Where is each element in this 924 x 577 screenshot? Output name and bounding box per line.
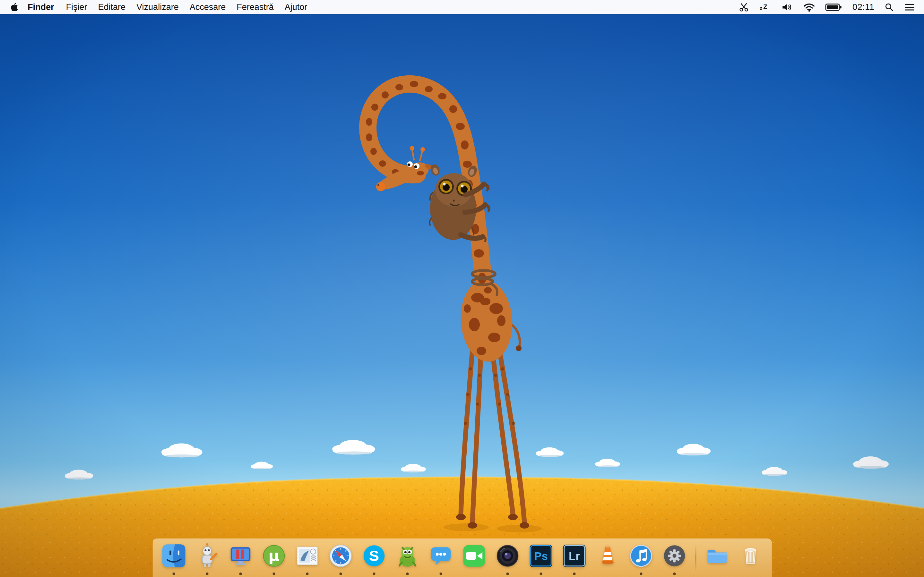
messages-icon [428,543,454,576]
running-indicator [406,572,409,575]
svg-text:S: S [369,547,379,564]
spotlight-icon[interactable] [885,3,894,12]
remote-screen-app-icon [227,543,254,576]
svg-text:Ps: Ps [534,550,548,562]
dock-item-downloads-folder[interactable] [704,543,730,576]
green-creature-app-icon [394,543,420,576]
running-indicator [273,572,275,575]
camera-app-icon [494,543,520,576]
dock-item-system-preferences[interactable] [661,543,688,576]
dock-item-finder[interactable] [160,543,187,576]
svg-text:z: z [760,5,762,11]
dock-item-camera-app[interactable] [494,543,520,576]
robot-app-icon [194,543,220,576]
running-indicator [439,572,442,575]
dock-item-photoshop[interactable]: Ps [528,543,554,576]
photoshop-icon: Ps [528,543,554,576]
dock-item-safari[interactable] [327,543,354,576]
menu-fereastra[interactable]: Fereastră [236,2,274,12]
menu-editare[interactable]: Editare [98,2,126,12]
running-indicator [373,572,375,575]
svg-text:Lr: Lr [569,550,580,562]
dock-item-lightroom[interactable]: Lr [561,543,587,576]
menu-bar-status-area: zZ 02:11 [739,2,915,12]
mail-icon [294,543,320,576]
dock-item-itunes[interactable] [628,543,654,576]
active-app-name[interactable]: Finder [27,2,54,12]
running-indicator [640,572,642,575]
svg-text:Z: Z [763,3,767,10]
dock-item-trash[interactable] [737,543,764,576]
desktop-wallpaper [0,0,924,577]
dock-item-facetime[interactable] [461,543,487,576]
wifi-icon[interactable] [803,3,815,12]
notification-center-icon[interactable] [904,3,915,12]
utorrent-icon: µ [261,543,287,576]
sleep-zz-icon[interactable]: zZ [759,3,772,12]
running-indicator [239,572,242,575]
status-icons: zZ [739,3,842,12]
dock-items: µSPsLr [160,543,764,576]
dock: µSPsLr [152,538,772,577]
dock-item-vlc[interactable] [594,543,621,576]
svg-text:µ: µ [268,547,279,564]
apple-logo[interactable] [11,3,18,11]
scissors-icon[interactable] [739,3,749,12]
dock-item-skype[interactable]: S [361,543,387,576]
running-indicator [573,572,575,575]
dock-item-mail[interactable] [294,543,320,576]
apple-icon [11,3,18,11]
safari-icon [327,543,354,576]
dock-item-messages[interactable] [428,543,454,576]
dock-item-utorrent[interactable]: µ [261,543,287,576]
lightroom-icon: Lr [561,543,587,576]
system-preferences-icon [661,543,688,576]
menu-vizualizare[interactable]: Vizualizare [136,2,179,12]
itunes-icon [628,543,654,576]
dock-item-robot-app[interactable] [194,543,220,576]
skype-icon: S [361,543,387,576]
battery-icon[interactable] [825,3,842,12]
menu-bar: Finder FişierEditareVizualizareAccesareF… [0,0,924,14]
running-indicator [339,572,342,575]
running-indicator [172,572,175,575]
running-indicator [673,572,675,575]
finder-icon [160,543,187,576]
menu-list: FişierEditareVizualizareAccesareFereastr… [61,2,313,12]
menu-clock[interactable]: 02:11 [853,2,874,12]
facetime-icon [461,543,487,576]
dock-item-green-creature-app[interactable] [394,543,420,576]
volume-icon[interactable] [782,3,793,12]
vlc-icon [594,543,621,576]
running-indicator [540,572,542,575]
running-indicator [306,572,309,575]
menu-accesare[interactable]: Accesare [190,2,226,12]
dock-separator[interactable] [695,545,696,572]
trash-icon [737,543,764,576]
running-indicator [506,572,509,575]
running-indicator [206,572,208,575]
downloads-folder-icon [704,543,730,576]
menu-fisier[interactable]: Fişier [66,2,87,12]
menu-ajutor[interactable]: Ajutor [285,2,307,12]
dock-item-remote-screen-app[interactable] [227,543,254,576]
status-icons-right [885,3,915,12]
